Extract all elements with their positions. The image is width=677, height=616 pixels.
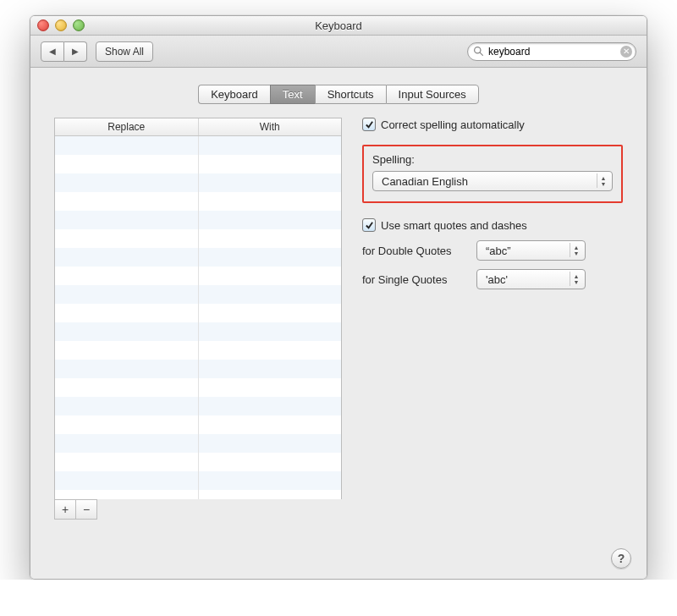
tab-shortcuts-label: Shortcuts — [327, 88, 374, 101]
toolbar: ◀ ▶ Show All ✕ — [30, 36, 647, 68]
checkmark-icon — [365, 120, 374, 129]
table-row[interactable] — [55, 415, 341, 434]
single-quotes-label: for Single Quotes — [362, 273, 468, 286]
tab-input-sources-label: Input Sources — [399, 88, 466, 101]
clear-icon: ✕ — [623, 47, 630, 56]
table-row[interactable] — [55, 304, 341, 322]
table-row[interactable] — [55, 285, 341, 304]
tabs: Keyboard Text Shortcuts Input Sources — [54, 85, 623, 104]
table-row[interactable] — [55, 453, 341, 471]
correct-spelling-row: Correct spelling automatically — [362, 118, 623, 131]
svg-line-1 — [480, 52, 482, 55]
search-input[interactable] — [467, 42, 636, 61]
smart-quotes-checkbox[interactable] — [362, 218, 376, 232]
single-quotes-row: for Single Quotes 'abc' ▲▼ — [362, 269, 623, 289]
forward-icon: ▶ — [72, 47, 79, 56]
popup-stepper-icon: ▲▼ — [597, 173, 609, 188]
minimize-window-button[interactable] — [55, 19, 67, 31]
show-all-button[interactable]: Show All — [96, 41, 153, 62]
smart-quotes-row: Use smart quotes and dashes — [362, 218, 623, 232]
spelling-value: Canadian English — [382, 175, 468, 188]
tab-keyboard[interactable]: Keyboard — [198, 85, 270, 104]
substitutions-panel: Replace With + − — [54, 118, 342, 520]
double-quotes-label: for Double Quotes — [362, 245, 468, 257]
column-with[interactable]: With — [199, 118, 342, 135]
spelling-highlight: Spelling: Canadian English ▲▼ — [362, 145, 623, 203]
column-replace[interactable]: Replace — [55, 118, 199, 135]
remove-row-button[interactable]: − — [76, 500, 96, 519]
table-row[interactable] — [55, 267, 341, 285]
table-row[interactable] — [55, 155, 341, 173]
table-row[interactable] — [55, 229, 341, 248]
nav-back-forward: ◀ ▶ — [41, 41, 87, 62]
preferences-window: Keyboard ◀ ▶ Show All ✕ — [30, 15, 647, 580]
close-window-button[interactable] — [37, 19, 49, 31]
search-clear-button[interactable]: ✕ — [620, 46, 632, 58]
table-row[interactable] — [55, 341, 341, 360]
tab-text-label: Text — [283, 88, 303, 101]
table-header: Replace With — [55, 118, 341, 136]
popup-stepper-icon: ▲▼ — [570, 272, 582, 286]
table-row[interactable] — [55, 173, 341, 192]
plus-icon: + — [62, 503, 69, 516]
table-body[interactable] — [55, 136, 341, 499]
show-all-label: Show All — [105, 46, 144, 58]
minus-icon: − — [83, 503, 90, 516]
tab-shortcuts[interactable]: Shortcuts — [315, 85, 386, 104]
back-button[interactable]: ◀ — [41, 41, 64, 62]
table-row[interactable] — [55, 211, 341, 229]
single-quotes-popup[interactable]: 'abc' ▲▼ — [476, 269, 586, 289]
spelling-label: Spelling: — [372, 153, 613, 166]
help-button[interactable]: ? — [611, 548, 631, 569]
table-row[interactable] — [55, 192, 341, 211]
table-row[interactable] — [55, 248, 341, 267]
help-icon: ? — [618, 552, 625, 565]
double-quotes-popup[interactable]: “abc” ▲▼ — [476, 240, 586, 261]
table-row[interactable] — [55, 322, 341, 341]
titlebar: Keyboard — [30, 16, 647, 36]
tab-text[interactable]: Text — [270, 85, 315, 104]
options-panel: Correct spelling automatically Spelling:… — [362, 118, 623, 289]
zoom-window-button[interactable] — [73, 19, 85, 31]
tab-input-sources[interactable]: Input Sources — [386, 85, 479, 104]
correct-spelling-checkbox[interactable] — [362, 118, 376, 131]
tab-keyboard-label: Keyboard — [211, 88, 258, 101]
add-remove-group: + − — [54, 499, 97, 520]
table-row[interactable] — [55, 471, 341, 490]
add-row-button[interactable]: + — [55, 500, 76, 519]
double-quotes-value: “abc” — [486, 245, 511, 257]
table-row[interactable] — [55, 360, 341, 378]
table-row[interactable] — [55, 490, 341, 499]
checkmark-icon — [365, 221, 374, 230]
spelling-popup[interactable]: Canadian English ▲▼ — [372, 171, 613, 191]
popup-stepper-icon: ▲▼ — [570, 243, 582, 257]
correct-spelling-label: Correct spelling automatically — [381, 118, 525, 131]
forward-button[interactable]: ▶ — [64, 41, 87, 62]
table-row[interactable] — [55, 136, 341, 155]
substitutions-table[interactable]: Replace With — [54, 118, 342, 499]
window-title: Keyboard — [315, 19, 362, 32]
single-quotes-value: 'abc' — [486, 273, 508, 286]
content-area: Keyboard Text Shortcuts Input Sources Re… — [30, 68, 647, 579]
window-controls — [37, 19, 85, 31]
search-icon — [473, 46, 484, 57]
table-row[interactable] — [55, 434, 341, 453]
search-field-wrap: ✕ — [467, 42, 636, 61]
double-quotes-row: for Double Quotes “abc” ▲▼ — [362, 240, 623, 261]
table-row[interactable] — [55, 378, 341, 397]
back-icon: ◀ — [49, 47, 56, 56]
table-row[interactable] — [55, 397, 341, 415]
smart-quotes-label: Use smart quotes and dashes — [381, 219, 527, 232]
